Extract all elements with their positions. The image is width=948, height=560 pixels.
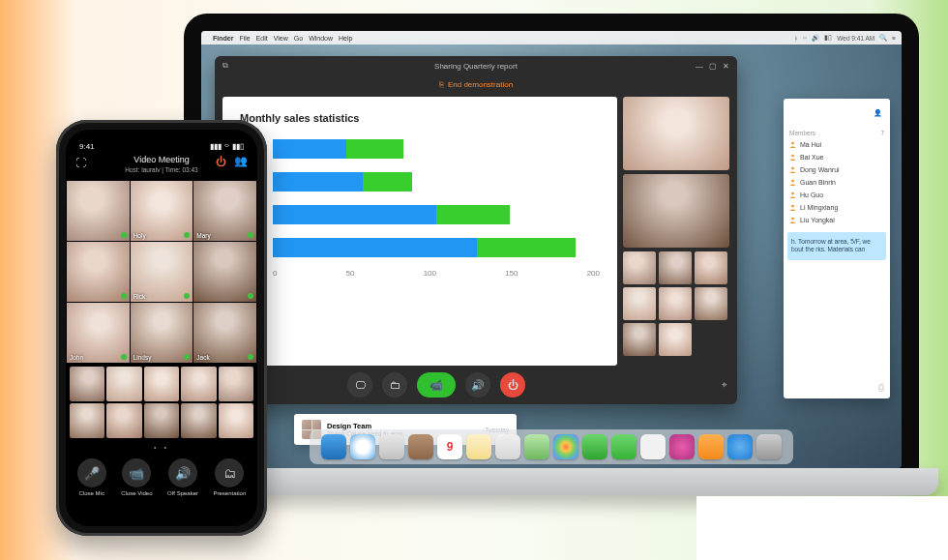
- participant-mini-tile[interactable]: [219, 403, 253, 438]
- bar-chart: AprilMayJuneJuly050100150200: [240, 137, 600, 278]
- participant-tile[interactable]: Jack: [193, 303, 256, 363]
- menubar-clock[interactable]: Wed 9:41 AM: [837, 35, 874, 42]
- menubar-item[interactable]: File: [239, 35, 250, 42]
- participant-mini-tile[interactable]: [144, 403, 179, 438]
- location-icon[interactable]: ⌖: [722, 379, 727, 391]
- participant-tile-small[interactable]: [659, 251, 692, 284]
- monitor-button[interactable]: 🖵: [347, 372, 372, 398]
- dock-settings-icon[interactable]: [756, 434, 782, 459]
- participant-mini-tile[interactable]: [70, 403, 104, 438]
- dock-mail-icon[interactable]: [379, 434, 404, 459]
- participant-tile[interactable]: John: [67, 303, 130, 363]
- hangup-button[interactable]: ⏻: [500, 372, 525, 398]
- participant-tile-small[interactable]: [623, 287, 656, 320]
- participant-name: Jack: [196, 354, 209, 361]
- dock-itunes-icon[interactable]: [669, 434, 695, 459]
- dock-maps-icon[interactable]: [524, 434, 549, 459]
- dock-numbers-icon[interactable]: [640, 434, 666, 459]
- expand-icon[interactable]: ⛶: [75, 157, 86, 168]
- svg-point-5: [791, 205, 794, 208]
- participant-tile-small[interactable]: [659, 287, 692, 320]
- menubar-app-name[interactable]: Finder: [213, 35, 233, 42]
- close-video-button[interactable]: 📹Close Video: [121, 458, 152, 496]
- participant-mini-tile[interactable]: [70, 367, 104, 401]
- participant-mini-tile[interactable]: [181, 403, 216, 438]
- status-dot-icon: [121, 354, 127, 360]
- participant-tile-small[interactable]: [623, 251, 656, 284]
- menubar-item[interactable]: Help: [339, 35, 352, 42]
- participant-tile[interactable]: [67, 242, 130, 302]
- phone-screen: 9:41 ▮▮▮ ⌔ ▮▮▯ ⛶ Video Meeting Host: lau…: [66, 130, 257, 526]
- menubar-item[interactable]: Window: [309, 35, 333, 42]
- battery-icon[interactable]: ▮▯: [824, 34, 832, 42]
- member-name: Dong Wanrui: [800, 166, 840, 173]
- dock-reminders-icon[interactable]: [495, 434, 520, 459]
- menubar-item[interactable]: Go: [294, 35, 303, 42]
- participant-tile-small[interactable]: [659, 323, 692, 356]
- member-item[interactable]: Bai Xue: [784, 151, 890, 163]
- dock-contacts-icon[interactable]: [408, 434, 433, 459]
- dock-ibooks-icon[interactable]: [698, 434, 724, 459]
- off-speaker-button[interactable]: 🔊Off Speaker: [167, 458, 198, 496]
- member-item[interactable]: Ma Hui: [784, 138, 890, 151]
- participant-tile-small[interactable]: [695, 287, 727, 320]
- volume-button[interactable]: 🔊: [465, 372, 490, 398]
- dock-finder-icon[interactable]: [321, 434, 346, 459]
- member-item[interactable]: Hu Guo: [784, 189, 890, 201]
- member-item[interactable]: Guan Binrin: [784, 176, 890, 189]
- dock-facetime-icon[interactable]: [611, 434, 637, 459]
- participants-column: [623, 97, 729, 366]
- search-icon[interactable]: 🔍: [879, 34, 887, 42]
- presentation-button[interactable]: 🗂Presentation: [214, 458, 247, 496]
- person-icon[interactable]: 👤: [874, 109, 882, 117]
- participant-mini-tile[interactable]: [106, 367, 141, 401]
- chart-bar-row: May: [240, 170, 600, 193]
- participant-tile-large[interactable]: [623, 174, 729, 248]
- participant-mini-tile[interactable]: [219, 367, 253, 401]
- status-dot-icon: [121, 293, 127, 299]
- dock-calendar-icon[interactable]: 9: [437, 434, 462, 459]
- member-item[interactable]: Dong Wanrui: [784, 163, 890, 176]
- member-item[interactable]: Liu Yongkai: [784, 214, 890, 226]
- participant-tile[interactable]: [67, 181, 130, 241]
- participant-tile[interactable]: [193, 242, 256, 302]
- wifi-icon[interactable]: ⌔: [803, 35, 807, 42]
- menubar-item[interactable]: Edit: [256, 35, 268, 42]
- participant-mini-tile[interactable]: [144, 367, 179, 401]
- participant-mini-tile[interactable]: [181, 367, 216, 401]
- power-icon[interactable]: ⏻: [216, 156, 226, 167]
- svg-point-2: [791, 167, 794, 170]
- dock-messages-icon[interactable]: [582, 434, 607, 459]
- member-item[interactable]: Li Mingxiang: [784, 201, 890, 214]
- status-dot-icon: [248, 354, 253, 360]
- member-name: Liu Yongkai: [800, 217, 835, 223]
- dock-safari-icon[interactable]: [350, 434, 375, 459]
- button-label: Off Speaker: [167, 490, 198, 496]
- close-mic-button[interactable]: 🎤Close Mic: [77, 458, 106, 496]
- dock-notes-icon[interactable]: [466, 434, 491, 459]
- wifi-icon: ⌔: [224, 142, 229, 151]
- participant-tile[interactable]: Rick: [131, 242, 193, 302]
- participant-mini-tile[interactable]: [106, 403, 141, 438]
- menu-icon[interactable]: ≡: [892, 35, 896, 42]
- phone-notch: [115, 130, 208, 147]
- participant-tile[interactable]: Holy: [131, 181, 193, 241]
- mac-dock: 9: [310, 429, 793, 464]
- participant-tile[interactable]: Lindsy: [131, 303, 193, 363]
- participant-tile-small[interactable]: [695, 251, 727, 284]
- volume-icon[interactable]: 🔊: [812, 34, 819, 42]
- members-section-label: Members: [789, 130, 815, 136]
- end-demonstration-button[interactable]: End demonstration: [448, 80, 513, 89]
- participant-tile-large[interactable]: [623, 97, 729, 170]
- dock-photos-icon[interactable]: [553, 434, 578, 459]
- folder-button[interactable]: 🗀: [382, 372, 407, 398]
- dock-appstore-icon[interactable]: [727, 434, 753, 459]
- participant-tile[interactable]: Mary: [193, 181, 256, 241]
- bluetooth-icon[interactable]: ᚼ: [794, 35, 798, 42]
- participant-tile-small[interactable]: [623, 323, 656, 356]
- cast-icon[interactable]: ⎙: [784, 376, 890, 398]
- menubar-item[interactable]: View: [274, 35, 288, 42]
- pager-dots[interactable]: • •: [66, 442, 257, 453]
- video-toggle-button[interactable]: 📹: [417, 372, 456, 398]
- users-icon[interactable]: 👥: [234, 155, 248, 167]
